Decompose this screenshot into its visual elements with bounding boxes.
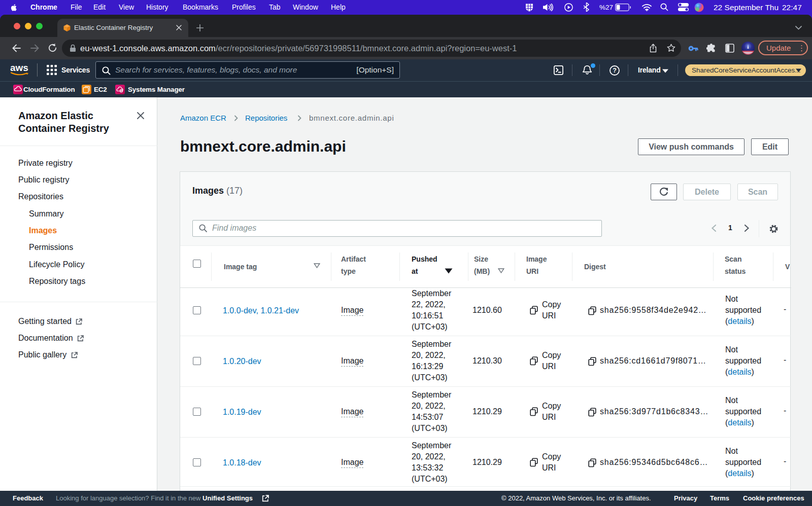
svg-text:?: ?: [613, 67, 617, 74]
svg-text:aws: aws: [10, 62, 28, 73]
